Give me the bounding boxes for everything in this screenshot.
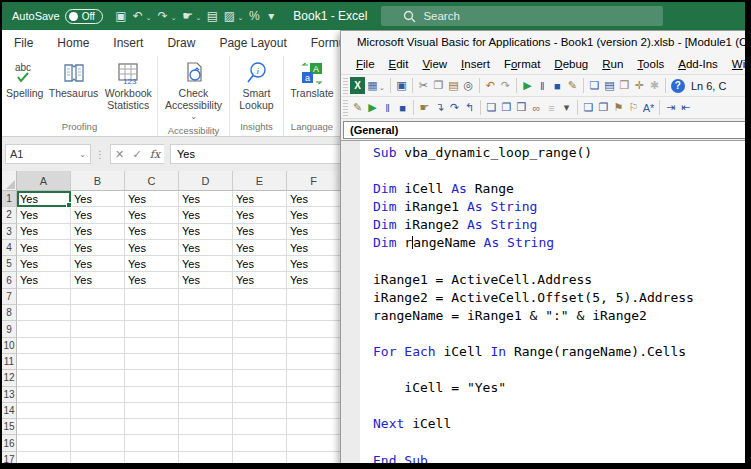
cell-E3[interactable]: Yes [233,224,287,240]
cell-F3[interactable]: Yes [287,224,341,240]
reset-icon[interactable]: ■ [550,77,565,94]
undo-icon-dropdown[interactable]: ⌄ [146,14,152,22]
save-icon[interactable]: ▣ [113,7,129,25]
cell-E15[interactable] [233,419,287,435]
row-header-2[interactable]: 2 [2,207,17,223]
cell-D1[interactable]: Yes [179,191,233,207]
row-header-9[interactable]: 9 [2,321,17,337]
view-object-icon[interactable]: ▦ [365,77,380,94]
cell-C7[interactable] [125,289,179,305]
cell-F7[interactable] [287,289,341,305]
cell-A11[interactable] [17,354,71,370]
run-icon[interactable]: ▶ [520,77,535,94]
cell-E14[interactable] [233,403,287,419]
cell-D17[interactable] [179,452,233,465]
column-header-B[interactable]: B [71,171,125,191]
menu-edit[interactable]: Edit [382,55,416,73]
cell-C2[interactable]: Yes [125,207,179,223]
cell-E9[interactable] [233,321,287,337]
customize-qat-icon[interactable]: ▾ [263,7,279,25]
menu-tools[interactable]: Tools [630,55,671,73]
toolbar-options-icon[interactable]: ▾ [559,99,574,116]
row-header-7[interactable]: 7 [2,289,17,305]
cell-D12[interactable] [179,370,233,386]
check-accessibility-dropdown-icon[interactable]: ⌄ [190,111,197,123]
indent-icon[interactable]: ⇥ [663,99,678,116]
cell-F5[interactable]: Yes [287,256,341,272]
cell-B10[interactable] [71,338,125,354]
cell-F12[interactable] [287,370,341,386]
row-header-15[interactable]: 15 [2,419,17,435]
row-header-16[interactable]: 16 [2,435,17,451]
cell-F1[interactable]: Yes [287,191,341,207]
complete-word-icon[interactable]: A* [641,99,656,116]
cell-C17[interactable] [125,452,179,465]
paste-icon[interactable]: ▤ [446,77,461,94]
cell-D2[interactable]: Yes [179,207,233,223]
locals-window-icon[interactable]: ❏ [484,99,499,116]
break-icon[interactable]: ‖ [380,99,395,116]
cell-C15[interactable] [125,419,179,435]
cell-E11[interactable] [233,354,287,370]
cell-C16[interactable] [125,435,179,451]
run-icon[interactable]: ▶ [365,99,380,116]
cell-C10[interactable] [125,338,179,354]
cell-A8[interactable] [17,305,71,321]
cell-F15[interactable] [287,419,341,435]
object-browser-icon[interactable]: ❒ [617,77,632,94]
cell-D9[interactable] [179,321,233,337]
row-header-1[interactable]: 1 [2,191,17,207]
cell-C13[interactable] [125,387,179,403]
cell-C12[interactable] [125,370,179,386]
formula-bar-drag-handle[interactable]: ⋮ [95,149,106,160]
immediate-window-icon[interactable]: ❐ [499,99,514,116]
cell-B7[interactable] [71,289,125,305]
next-bookmark-icon[interactable]: ⚐ [626,99,641,116]
menu-format[interactable]: Format [497,55,547,73]
workbook-statistics-button[interactable]: 123 Workbook Statistics [100,59,157,113]
step-over-icon[interactable]: ↷ [447,99,462,116]
cell-D5[interactable]: Yes [179,256,233,272]
cell-B8[interactable] [71,305,125,321]
cell-E7[interactable] [233,289,287,305]
cell-A1[interactable]: Yes [17,191,71,207]
cell-A15[interactable] [17,419,71,435]
check-accessibility-button[interactable]: Check Accessibility ⌄ [161,59,227,125]
cut-icon[interactable]: ✂ [416,77,431,94]
properties-window-icon[interactable]: ▤ [602,77,617,94]
break-icon[interactable]: ‖ [535,77,550,94]
cell-D7[interactable] [179,289,233,305]
name-box[interactable]: A1 ⌄ [5,144,91,164]
column-header-F[interactable]: F [287,171,341,191]
code-editor[interactable]: Sub vba_dynamic_loop_range() Dim iCell A… [360,141,747,465]
cell-D13[interactable] [179,387,233,403]
cancel-button[interactable]: ✕ [110,144,128,164]
call-stack-icon[interactable]: ≡ [544,99,559,116]
tab-home[interactable]: Home [45,31,101,55]
column-header-E[interactable]: E [233,171,287,191]
row-header-10[interactable]: 10 [2,338,17,354]
quick-watch-icon[interactable]: ∞ [529,99,544,116]
cell-D10[interactable] [179,338,233,354]
cell-A7[interactable] [17,289,71,305]
save-icon[interactable]: ▣ [394,77,409,94]
menu-window[interactable]: Window [725,55,747,73]
enter-button[interactable]: ✓ [128,144,146,164]
toggle-breakpoint-icon[interactable]: ☛ [417,99,432,116]
cell-C9[interactable] [125,321,179,337]
cell-F8[interactable] [287,305,341,321]
cell-E10[interactable] [233,338,287,354]
cell-C1[interactable]: Yes [125,191,179,207]
percent-style-icon[interactable]: % [246,7,262,25]
cell-B3[interactable]: Yes [71,224,125,240]
view-microsoft-excel-icon[interactable]: X [350,77,365,94]
cell-E16[interactable] [233,435,287,451]
column-header-C[interactable]: C [125,171,179,191]
column-header-D[interactable]: D [179,171,233,191]
cell-C11[interactable] [125,354,179,370]
menu-insert[interactable]: Insert [454,55,497,73]
find-icon[interactable]: ◎ [461,77,476,94]
smart-lookup-button[interactable]: i Smart Lookup [233,59,281,113]
cell-B2[interactable]: Yes [71,207,125,223]
cell-B14[interactable] [71,403,125,419]
